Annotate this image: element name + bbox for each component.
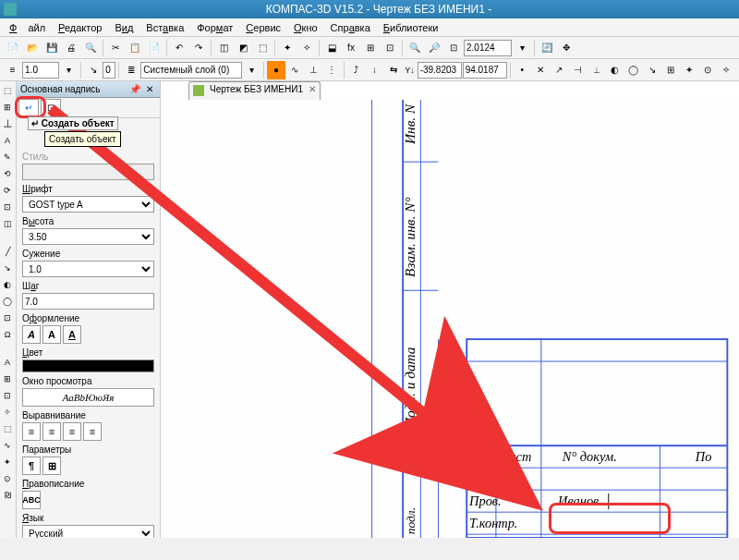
- palette-btn-10[interactable]: ╱: [0, 244, 15, 259]
- palette-btn-15[interactable]: Ω: [0, 327, 15, 342]
- menu-libraries[interactable]: Библиотеки: [378, 20, 444, 35]
- height-select[interactable]: 3.50: [22, 228, 154, 245]
- align-center-button[interactable]: ≡: [42, 422, 61, 441]
- layer-icon[interactable]: ≣: [122, 61, 139, 79]
- palette-btn-21[interactable]: ∿: [0, 438, 15, 453]
- palette-btn-4[interactable]: A: [0, 133, 15, 148]
- tool-j[interactable]: ∿: [286, 61, 304, 79]
- color-swatch[interactable]: [22, 359, 154, 372]
- menu-window[interactable]: Окно: [288, 20, 323, 35]
- paste-button[interactable]: 📄: [145, 39, 164, 57]
- snap-2[interactable]: ✕: [532, 61, 550, 79]
- tool-n[interactable]: ↓: [366, 61, 383, 79]
- palette-btn-8[interactable]: ⊡: [0, 200, 15, 214]
- palette-btn-19[interactable]: ✧: [0, 405, 15, 420]
- layer-select[interactable]: [140, 62, 242, 79]
- font-select[interactable]: GOST type A: [22, 196, 154, 213]
- align-left-button[interactable]: ≡: [22, 422, 41, 441]
- palette-btn-2[interactable]: ⊞: [0, 100, 15, 115]
- snap-10[interactable]: ✦: [681, 61, 698, 79]
- italic-button[interactable]: А: [22, 325, 41, 344]
- lw-dd[interactable]: ▾: [60, 61, 78, 79]
- palette-btn-6[interactable]: ⟲: [0, 166, 15, 181]
- snap-3[interactable]: ↗: [551, 61, 568, 79]
- palette-btn-5[interactable]: ✎: [0, 150, 15, 164]
- bold-button[interactable]: А: [42, 325, 61, 344]
- palette-btn-22[interactable]: ✦: [0, 455, 15, 469]
- tool-o[interactable]: ⇆: [384, 61, 402, 79]
- undo-button[interactable]: ↶: [170, 39, 188, 57]
- color-button[interactable]: ●: [267, 61, 285, 79]
- panel-tab-2[interactable]: ⊡: [41, 99, 61, 117]
- layer-dd[interactable]: ▾: [243, 61, 260, 79]
- palette-btn-11[interactable]: ↘: [0, 261, 15, 275]
- pan-button[interactable]: ✥: [557, 39, 575, 57]
- snap-9[interactable]: ⊞: [661, 61, 679, 79]
- tool-e[interactable]: ✧: [297, 39, 316, 57]
- tool-c[interactable]: ⬚: [253, 39, 272, 57]
- tool-k[interactable]: ⊥: [305, 61, 322, 79]
- zoom-fit-button[interactable]: 🔍: [406, 39, 424, 57]
- open-button[interactable]: 📂: [23, 39, 42, 57]
- param-btn-1[interactable]: ¶: [22, 457, 41, 475]
- palette-btn-17[interactable]: ⊞: [0, 371, 15, 386]
- snap-4[interactable]: ⊣: [569, 61, 587, 79]
- copy-button[interactable]: 📋: [126, 39, 144, 57]
- create-object-button[interactable]: ↵: [18, 99, 39, 117]
- tab-close-icon[interactable]: ✕: [309, 84, 316, 94]
- snap-val[interactable]: [103, 62, 115, 79]
- spellcheck-button[interactable]: ABC: [22, 491, 41, 509]
- snap-1[interactable]: •: [514, 61, 531, 79]
- param-btn-2[interactable]: ⊞: [42, 457, 61, 475]
- menu-insert[interactable]: Вставка: [140, 20, 189, 35]
- palette-btn-24[interactable]: ₪: [0, 488, 15, 503]
- palette-btn-20[interactable]: ⬚: [0, 421, 15, 436]
- palette-btn-13[interactable]: ◯: [0, 294, 15, 309]
- tool-a[interactable]: ◫: [214, 39, 233, 57]
- canvas-content[interactable]: Инв. N Взам. инв. N° Подп. и дата подл. …: [161, 100, 739, 538]
- snap-7[interactable]: ◯: [624, 61, 642, 79]
- coord-y-input[interactable]: [463, 62, 507, 79]
- canvas-area[interactable]: Чертеж БЕЗ ИМЕНИ1 ✕: [161, 81, 739, 538]
- zoom-dd[interactable]: ▾: [513, 39, 531, 57]
- print-button[interactable]: 🖨: [62, 39, 80, 57]
- palette-btn-14[interactable]: ⊡: [0, 310, 15, 325]
- menu-editor[interactable]: Редактор: [53, 20, 107, 35]
- tool-i[interactable]: ⊡: [381, 39, 399, 57]
- palette-btn-23[interactable]: ⊙: [0, 471, 15, 486]
- palette-btn-7[interactable]: ⟳: [0, 183, 15, 198]
- tool-b[interactable]: ◩: [234, 39, 252, 57]
- zoom-value-input[interactable]: [464, 40, 512, 56]
- palette-btn-3[interactable]: 丄: [0, 116, 15, 131]
- line-style-button[interactable]: ≡: [4, 61, 21, 79]
- redo-button[interactable]: ↷: [189, 39, 208, 57]
- palette-btn-9[interactable]: ◫: [0, 216, 15, 231]
- snap-11[interactable]: ⊙: [699, 61, 717, 79]
- palette-btn-1[interactable]: ⬚: [0, 83, 15, 98]
- create-object-menu-item[interactable]: ↵ Создать объект: [28, 116, 118, 130]
- palette-btn-12[interactable]: ◐: [0, 277, 15, 292]
- menu-help[interactable]: Справка: [325, 20, 376, 35]
- zoom-in-button[interactable]: 🔎: [425, 39, 443, 57]
- snap-6[interactable]: ◐: [606, 61, 624, 79]
- save-button[interactable]: 💾: [42, 39, 61, 57]
- snap-8[interactable]: ↘: [643, 61, 660, 79]
- tool-f[interactable]: ⬓: [322, 39, 341, 57]
- tool-g[interactable]: fx: [342, 39, 360, 57]
- refresh-button[interactable]: 🔄: [538, 39, 556, 57]
- snap-5[interactable]: ⟂: [588, 61, 605, 79]
- narrowing-select[interactable]: 1.0: [22, 261, 154, 277]
- pin-icon[interactable]: 📌: [127, 84, 143, 94]
- tool-d[interactable]: ✦: [278, 39, 297, 57]
- document-tab[interactable]: Чертеж БЕЗ ИМЕНИ1 ✕: [188, 81, 321, 100]
- align-right-button[interactable]: ≡: [63, 422, 81, 441]
- menu-format[interactable]: Формат: [191, 20, 238, 35]
- cut-button[interactable]: ✂: [106, 39, 125, 57]
- language-select[interactable]: Русский: [22, 525, 154, 538]
- new-button[interactable]: 📄: [4, 39, 22, 57]
- menu-service[interactable]: Сервис: [240, 20, 286, 35]
- menu-view[interactable]: Вид: [109, 20, 139, 35]
- coord-x-input[interactable]: [418, 62, 462, 79]
- tool-l[interactable]: ⋮: [323, 61, 341, 79]
- snap-12[interactable]: ✧: [718, 61, 735, 79]
